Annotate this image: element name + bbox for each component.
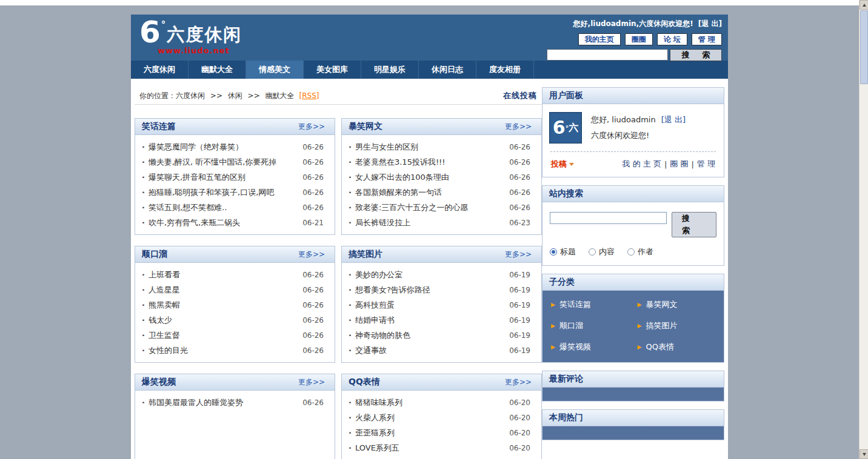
radio-icon[interactable] <box>627 248 635 256</box>
nav-item[interactable]: 六度休闲 <box>131 61 189 79</box>
more-link[interactable]: 更多>> <box>505 122 532 132</box>
nav-item[interactable]: 情感美文 <box>246 61 304 79</box>
article-link[interactable]: 笑话五则,想不笑都难.. <box>149 202 298 213</box>
nav-item[interactable]: 美女图库 <box>304 61 361 79</box>
box-head: 笑话连篇 更多>> <box>135 119 335 135</box>
article-link[interactable]: 女人嫁不出去的100条理由 <box>355 172 504 183</box>
subcategory-link[interactable]: 笑话连篇 <box>559 299 591 310</box>
article-link[interactable]: 上班看看 <box>149 269 298 280</box>
radio-option[interactable]: 作者 <box>627 246 653 257</box>
article-link[interactable]: 爆笑恶魔同学（绝对暴笑） <box>149 142 298 153</box>
separator: >> <box>210 91 222 100</box>
user-link[interactable]: 管 理 <box>697 159 715 170</box>
article-link[interactable]: 熊黑卖帽 <box>149 300 298 311</box>
list-item: · 美妙的办公室 06-19 <box>347 267 530 282</box>
breadcrumb-link[interactable]: 六度休闲 <box>176 91 205 100</box>
list-item: · 猪猪味味系列 06-20 <box>347 395 530 410</box>
article-link[interactable]: 卫生监督 <box>149 330 298 341</box>
radio-icon[interactable] <box>550 248 557 256</box>
subcategory-link[interactable]: 顺口溜 <box>559 320 583 331</box>
header-search-button[interactable]: 搜 索 <box>670 49 722 61</box>
article-link[interactable]: 火柴人系列 <box>355 412 504 423</box>
radio-option[interactable]: 内容 <box>589 246 615 257</box>
article-link[interactable]: 老婆竟然在3.15投诉我!!! <box>355 157 504 168</box>
site-search-input[interactable] <box>550 212 667 224</box>
vertical-scrollbar[interactable] <box>859 0 868 459</box>
article-link[interactable]: 吹牛,穷有骨气,来瓶二锅头 <box>149 217 298 228</box>
week-hot-panel: 本周热门 <box>542 409 724 440</box>
nav-item[interactable]: 度友相册 <box>476 61 534 79</box>
bullet-icon: · <box>349 218 352 227</box>
article-link[interactable]: 男生与女生的区别 <box>355 142 504 153</box>
article-link[interactable]: 致老婆:三百六十五分之一的心愿 <box>355 202 504 213</box>
box-title: 站内搜索 <box>549 188 583 199</box>
box-title: 子分类 <box>549 277 575 288</box>
nav-item[interactable]: 幽默大全 <box>189 61 246 79</box>
subcategory-link[interactable]: 爆笑视频 <box>559 342 591 352</box>
more-link[interactable]: 更多>> <box>298 249 325 260</box>
article-link[interactable]: 女性的目光 <box>149 345 298 356</box>
article-link[interactable]: 歪歪猫系列 <box>355 428 504 438</box>
more-link[interactable]: 更多>> <box>298 377 325 388</box>
radio-option[interactable]: 标题 <box>550 246 576 257</box>
subcategory-link[interactable]: 搞笑图片 <box>646 320 677 331</box>
box-title: 笑话连篇 <box>142 121 176 132</box>
article-link[interactable]: 美妙的办公室 <box>355 269 504 280</box>
header-search-input[interactable] <box>547 49 668 61</box>
article-link[interactable]: 人造星星 <box>149 285 298 296</box>
header-button[interactable]: 圈圈 <box>625 33 653 45</box>
header-right: 您好,liudoadmin,六度休闲欢迎您! [退 出] 我的主页 圈圈 论 坛… <box>547 19 722 61</box>
user-link[interactable]: 圈 圈 <box>670 159 688 170</box>
submit-dropdown[interactable]: 投稿 <box>551 159 574 170</box>
nav-item[interactable]: 休闲日志 <box>419 61 476 79</box>
scroll-down-button[interactable] <box>860 449 868 459</box>
article-date: 06-26 <box>302 316 324 325</box>
article-link[interactable]: 局长裤链没拉上 <box>355 217 504 228</box>
header-button[interactable]: 我的主页 <box>578 33 621 45</box>
site-search-button[interactable]: 搜 索 <box>672 212 716 237</box>
scroll-up-button[interactable] <box>860 0 868 10</box>
article-link[interactable]: 神奇动物的肤色 <box>355 330 504 341</box>
article-link[interactable]: 抱猫睡,聪明孩子和笨孩子,口误,网吧 <box>149 187 298 198</box>
article-link[interactable]: 猪猪味味系列 <box>355 397 504 408</box>
breadcrumb-parts: 六度休闲 >> 休闲 >> 幽默大全 <box>176 91 295 101</box>
submit-label: 投稿 <box>551 159 567 170</box>
article-link[interactable]: 想看美女?告诉你路径 <box>355 285 504 296</box>
scrollbar-thumb[interactable] <box>860 10 868 84</box>
breadcrumb-link[interactable]: 幽默大全 <box>265 91 295 100</box>
header-button[interactable]: 论 坛 <box>657 33 687 45</box>
subcategory-item: ▶ 顺口溜 <box>551 320 638 331</box>
radio-icon[interactable] <box>589 248 596 256</box>
article-link[interactable]: 钱太少 <box>149 315 298 326</box>
site-logo[interactable]: 6 ° 六度休闲 www.liudo.net <box>139 17 242 55</box>
article-link[interactable]: 韩国美眉最雷人的睡觉姿势 <box>149 397 298 408</box>
logout-link[interactable]: [退 出] <box>698 19 722 28</box>
list-item: · LOVE系列五 06-20 <box>347 440 530 455</box>
logout-link[interactable]: [退 出] <box>661 115 686 124</box>
more-link[interactable]: 更多>> <box>505 377 532 388</box>
header-button[interactable]: 管 理 <box>692 33 722 45</box>
more-link[interactable]: 更多>> <box>298 122 325 132</box>
article-link[interactable]: 各国新娘醒来的第一句话 <box>355 187 504 198</box>
rss-link[interactable]: [RSS] <box>299 91 319 100</box>
more-link[interactable]: 更多>> <box>505 249 532 260</box>
arrow-right-icon: ▶ <box>551 302 555 308</box>
nav-item[interactable]: 明星娱乐 <box>361 61 419 79</box>
article-link[interactable]: 爆笑聊天,拼音和五笔的区别 <box>149 172 298 183</box>
main-area: 你的位置： 六度休闲 >> 休闲 >> 幽默大全 [RSS] 在线投稿 <box>135 87 542 459</box>
article-link[interactable]: 交通事故 <box>355 345 504 356</box>
subcategory-link[interactable]: 暴笑网文 <box>646 299 677 310</box>
box-head: 子分类 <box>542 274 724 291</box>
article-link[interactable]: 懒夫妻,醉汉, 听不懂中国话,你要死掉 <box>149 157 298 168</box>
online-submit-link[interactable]: 在线投稿 <box>503 90 537 101</box>
header-search: 搜 索 <box>547 49 722 61</box>
article-link[interactable]: LOVE系列五 <box>355 443 504 454</box>
subcategory-link[interactable]: QQ表情 <box>646 342 673 352</box>
article-link[interactable]: 高科技煎蛋 <box>355 300 504 311</box>
user-link[interactable]: 我 的 主 页 <box>623 159 661 170</box>
article-date: 06-20 <box>509 414 530 422</box>
breadcrumb-link[interactable]: 休闲 <box>228 91 242 100</box>
article-link[interactable]: 结婚申请书 <box>355 315 504 326</box>
subcategories-panel: 子分类 ▶ 笑话连篇 ▶ 暴笑网文 <box>542 274 724 363</box>
user-links: 我 的 主 页 | 圈 圈 | 管 理 <box>623 159 715 170</box>
